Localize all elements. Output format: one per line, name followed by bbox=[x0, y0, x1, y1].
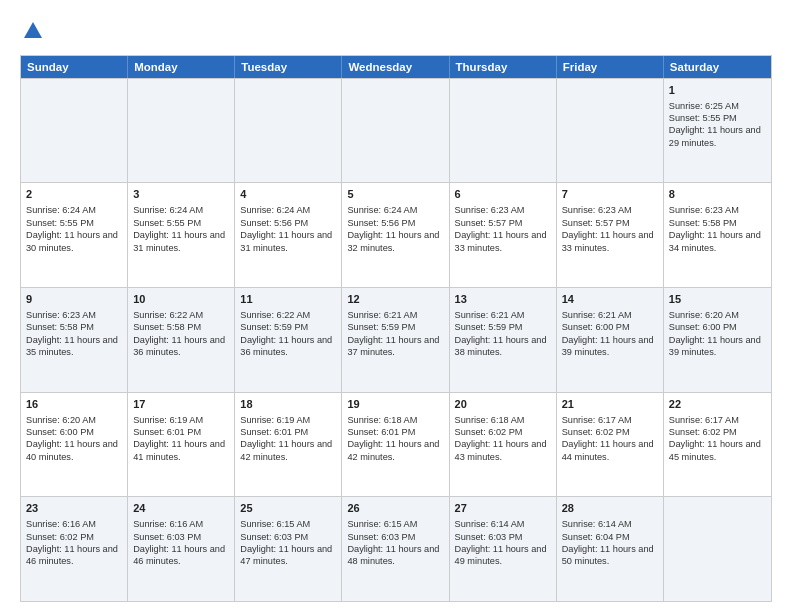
cell-info-text: Sunrise: 6:14 AM bbox=[562, 518, 658, 530]
calendar-body: 1Sunrise: 6:25 AMSunset: 5:55 PMDaylight… bbox=[21, 78, 771, 601]
cell-day-number: 26 bbox=[347, 501, 443, 516]
cell-day-number: 13 bbox=[455, 292, 551, 307]
cell-info-text: Daylight: 11 hours and 34 minutes. bbox=[669, 229, 766, 254]
cell-day-number: 21 bbox=[562, 397, 658, 412]
cell-info-text: Sunrise: 6:17 AM bbox=[562, 414, 658, 426]
calendar-row-4: 16Sunrise: 6:20 AMSunset: 6:00 PMDayligh… bbox=[21, 392, 771, 497]
cell-info-text: Daylight: 11 hours and 41 minutes. bbox=[133, 438, 229, 463]
cell-day-number: 4 bbox=[240, 187, 336, 202]
cell-info-text: Daylight: 11 hours and 46 minutes. bbox=[133, 543, 229, 568]
cell-info-text: Sunrise: 6:15 AM bbox=[347, 518, 443, 530]
cell-info-text: Sunrise: 6:21 AM bbox=[455, 309, 551, 321]
cell-day-number: 23 bbox=[26, 501, 122, 516]
calendar-cell-3-3: 11Sunrise: 6:22 AMSunset: 5:59 PMDayligh… bbox=[235, 288, 342, 392]
cell-day-number: 15 bbox=[669, 292, 766, 307]
cell-info-text: Daylight: 11 hours and 39 minutes. bbox=[562, 334, 658, 359]
cell-day-number: 2 bbox=[26, 187, 122, 202]
cell-day-number: 27 bbox=[455, 501, 551, 516]
cell-day-number: 6 bbox=[455, 187, 551, 202]
cell-info-text: Sunrise: 6:20 AM bbox=[26, 414, 122, 426]
cell-info-text: Daylight: 11 hours and 43 minutes. bbox=[455, 438, 551, 463]
calendar-cell-2-4: 5Sunrise: 6:24 AMSunset: 5:56 PMDaylight… bbox=[342, 183, 449, 287]
cell-info-text: Sunset: 5:56 PM bbox=[347, 217, 443, 229]
cell-day-number: 18 bbox=[240, 397, 336, 412]
cell-info-text: Sunrise: 6:19 AM bbox=[240, 414, 336, 426]
cell-info-text: Daylight: 11 hours and 31 minutes. bbox=[240, 229, 336, 254]
calendar-cell-4-2: 17Sunrise: 6:19 AMSunset: 6:01 PMDayligh… bbox=[128, 393, 235, 497]
cell-info-text: Sunset: 5:55 PM bbox=[669, 112, 766, 124]
page: SundayMondayTuesdayWednesdayThursdayFrid… bbox=[0, 0, 792, 612]
calendar-row-2: 2Sunrise: 6:24 AMSunset: 5:55 PMDaylight… bbox=[21, 182, 771, 287]
logo-icon bbox=[22, 20, 44, 42]
cell-info-text: Sunrise: 6:24 AM bbox=[133, 204, 229, 216]
cell-info-text: Daylight: 11 hours and 42 minutes. bbox=[347, 438, 443, 463]
cell-info-text: Sunset: 6:03 PM bbox=[240, 531, 336, 543]
calendar-cell-1-4 bbox=[342, 79, 449, 183]
cell-day-number: 28 bbox=[562, 501, 658, 516]
cell-info-text: Sunrise: 6:22 AM bbox=[240, 309, 336, 321]
cell-info-text: Sunrise: 6:16 AM bbox=[133, 518, 229, 530]
cell-info-text: Daylight: 11 hours and 33 minutes. bbox=[455, 229, 551, 254]
cell-info-text: Sunrise: 6:25 AM bbox=[669, 100, 766, 112]
cell-info-text: Sunset: 6:02 PM bbox=[562, 426, 658, 438]
cell-info-text: Daylight: 11 hours and 48 minutes. bbox=[347, 543, 443, 568]
weekday-header-tuesday: Tuesday bbox=[235, 56, 342, 78]
calendar-cell-2-6: 7Sunrise: 6:23 AMSunset: 5:57 PMDaylight… bbox=[557, 183, 664, 287]
calendar-cell-3-2: 10Sunrise: 6:22 AMSunset: 5:58 PMDayligh… bbox=[128, 288, 235, 392]
calendar-cell-4-5: 20Sunrise: 6:18 AMSunset: 6:02 PMDayligh… bbox=[450, 393, 557, 497]
cell-info-text: Sunrise: 6:23 AM bbox=[26, 309, 122, 321]
cell-info-text: Sunset: 5:56 PM bbox=[240, 217, 336, 229]
cell-info-text: Sunset: 5:55 PM bbox=[133, 217, 229, 229]
cell-info-text: Daylight: 11 hours and 46 minutes. bbox=[26, 543, 122, 568]
cell-info-text: Sunrise: 6:23 AM bbox=[455, 204, 551, 216]
cell-info-text: Sunrise: 6:14 AM bbox=[455, 518, 551, 530]
calendar-cell-4-1: 16Sunrise: 6:20 AMSunset: 6:00 PMDayligh… bbox=[21, 393, 128, 497]
cell-day-number: 12 bbox=[347, 292, 443, 307]
cell-info-text: Sunrise: 6:15 AM bbox=[240, 518, 336, 530]
cell-info-text: Daylight: 11 hours and 29 minutes. bbox=[669, 124, 766, 149]
cell-info-text: Sunrise: 6:20 AM bbox=[669, 309, 766, 321]
cell-info-text: Sunset: 6:03 PM bbox=[347, 531, 443, 543]
cell-info-text: Daylight: 11 hours and 44 minutes. bbox=[562, 438, 658, 463]
cell-day-number: 10 bbox=[133, 292, 229, 307]
cell-info-text: Daylight: 11 hours and 36 minutes. bbox=[240, 334, 336, 359]
cell-info-text: Sunset: 6:00 PM bbox=[562, 321, 658, 333]
calendar-cell-3-4: 12Sunrise: 6:21 AMSunset: 5:59 PMDayligh… bbox=[342, 288, 449, 392]
cell-info-text: Sunset: 6:02 PM bbox=[26, 531, 122, 543]
calendar-cell-2-3: 4Sunrise: 6:24 AMSunset: 5:56 PMDaylight… bbox=[235, 183, 342, 287]
cell-info-text: Daylight: 11 hours and 39 minutes. bbox=[669, 334, 766, 359]
cell-info-text: Daylight: 11 hours and 38 minutes. bbox=[455, 334, 551, 359]
cell-info-text: Sunrise: 6:16 AM bbox=[26, 518, 122, 530]
cell-info-text: Sunset: 6:01 PM bbox=[240, 426, 336, 438]
calendar-cell-1-5 bbox=[450, 79, 557, 183]
cell-info-text: Sunset: 6:03 PM bbox=[133, 531, 229, 543]
calendar-cell-4-7: 22Sunrise: 6:17 AMSunset: 6:02 PMDayligh… bbox=[664, 393, 771, 497]
cell-day-number: 19 bbox=[347, 397, 443, 412]
calendar-cell-3-7: 15Sunrise: 6:20 AMSunset: 6:00 PMDayligh… bbox=[664, 288, 771, 392]
cell-day-number: 17 bbox=[133, 397, 229, 412]
calendar-cell-3-5: 13Sunrise: 6:21 AMSunset: 5:59 PMDayligh… bbox=[450, 288, 557, 392]
cell-info-text: Daylight: 11 hours and 33 minutes. bbox=[562, 229, 658, 254]
cell-day-number: 8 bbox=[669, 187, 766, 202]
cell-info-text: Sunrise: 6:23 AM bbox=[669, 204, 766, 216]
cell-info-text: Sunset: 5:57 PM bbox=[455, 217, 551, 229]
cell-info-text: Daylight: 11 hours and 42 minutes. bbox=[240, 438, 336, 463]
calendar-cell-2-7: 8Sunrise: 6:23 AMSunset: 5:58 PMDaylight… bbox=[664, 183, 771, 287]
calendar-cell-1-7: 1Sunrise: 6:25 AMSunset: 5:55 PMDaylight… bbox=[664, 79, 771, 183]
weekday-header-sunday: Sunday bbox=[21, 56, 128, 78]
weekday-header-saturday: Saturday bbox=[664, 56, 771, 78]
calendar-cell-2-5: 6Sunrise: 6:23 AMSunset: 5:57 PMDaylight… bbox=[450, 183, 557, 287]
calendar-cell-5-2: 24Sunrise: 6:16 AMSunset: 6:03 PMDayligh… bbox=[128, 497, 235, 601]
weekday-header-friday: Friday bbox=[557, 56, 664, 78]
cell-info-text: Sunset: 6:02 PM bbox=[455, 426, 551, 438]
calendar-cell-4-3: 18Sunrise: 6:19 AMSunset: 6:01 PMDayligh… bbox=[235, 393, 342, 497]
cell-info-text: Sunset: 5:59 PM bbox=[240, 321, 336, 333]
calendar-cell-3-6: 14Sunrise: 6:21 AMSunset: 6:00 PMDayligh… bbox=[557, 288, 664, 392]
calendar-cell-1-1 bbox=[21, 79, 128, 183]
cell-info-text: Daylight: 11 hours and 47 minutes. bbox=[240, 543, 336, 568]
cell-info-text: Sunset: 5:59 PM bbox=[455, 321, 551, 333]
cell-info-text: Daylight: 11 hours and 37 minutes. bbox=[347, 334, 443, 359]
calendar-header: SundayMondayTuesdayWednesdayThursdayFrid… bbox=[21, 56, 771, 78]
cell-info-text: Daylight: 11 hours and 32 minutes. bbox=[347, 229, 443, 254]
cell-info-text: Sunrise: 6:18 AM bbox=[455, 414, 551, 426]
